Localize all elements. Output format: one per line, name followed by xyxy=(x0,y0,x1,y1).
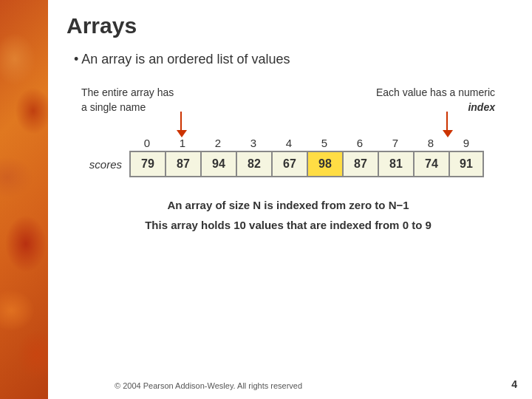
value-cell: 91 xyxy=(449,151,484,177)
index-cell: 7 xyxy=(378,137,413,151)
index-cell: 9 xyxy=(449,137,484,151)
label-each-value: Each value has a numeric index xyxy=(347,86,495,115)
info-line1: An array of size N is indexed from zero … xyxy=(66,199,510,211)
index-cell: 1 xyxy=(165,137,200,151)
array-row: scores 79879482679887817491 xyxy=(81,151,495,177)
index-cell: 4 xyxy=(271,137,307,151)
index-cell: 0 xyxy=(129,137,165,151)
value-cell: 87 xyxy=(342,151,378,177)
array-diagram: The entire array has a single name Each … xyxy=(81,86,495,180)
index-row: 0123456789 xyxy=(129,137,495,151)
diagram-header: The entire array has a single name Each … xyxy=(81,86,495,115)
info-line2: This array holds 10 values that are inde… xyxy=(66,219,510,231)
page-number: 4 xyxy=(511,378,517,390)
value-cell: 74 xyxy=(413,151,449,177)
value-cell: 87 xyxy=(165,151,200,177)
value-cell: 94 xyxy=(200,151,236,177)
value-cell: 98 xyxy=(307,151,342,177)
background-leaves xyxy=(0,0,48,399)
value-row: 79879482679887817491 xyxy=(129,151,484,177)
value-cell: 67 xyxy=(271,151,307,177)
copyright: © 2004 Pearson Addison-Wesley. All right… xyxy=(115,381,302,390)
value-cell: 82 xyxy=(236,151,271,177)
index-cell: 2 xyxy=(200,137,236,151)
index-cell: 3 xyxy=(236,137,271,151)
bullet-text: An array is an ordered list of values xyxy=(66,52,510,67)
page-title: Arrays xyxy=(66,13,510,38)
index-cell: 6 xyxy=(342,137,378,151)
array-label: scores xyxy=(81,158,129,171)
index-cell: 5 xyxy=(307,137,342,151)
main-content: Arrays An array is an ordered list of va… xyxy=(48,0,532,399)
value-cell: 79 xyxy=(129,151,165,177)
index-cell: 8 xyxy=(413,137,449,151)
label-entire-array: The entire array has a single name xyxy=(81,86,177,115)
value-cell: 81 xyxy=(378,151,413,177)
